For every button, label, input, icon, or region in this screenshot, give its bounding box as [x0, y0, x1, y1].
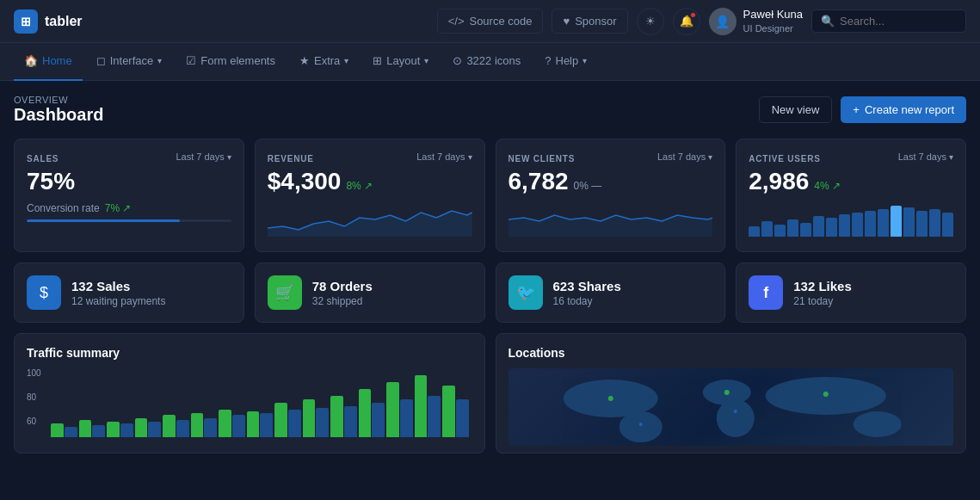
bar-green-12 — [359, 389, 372, 437]
bar-green-3 — [107, 422, 120, 437]
info-card-shares: 🐦 623 Shares 16 today — [496, 262, 726, 323]
interface-icon: ◻ — [96, 54, 106, 67]
bar-5 — [800, 223, 811, 237]
chevron-icon-clients: ▾ — [708, 152, 712, 162]
stat-period-revenue[interactable]: Last 7 days ▾ — [416, 151, 472, 162]
svg-point-6 — [607, 396, 613, 401]
bar-4 — [787, 219, 798, 237]
bar-blue-5 — [176, 420, 189, 437]
stat-label-revenue: REVENUE — [268, 154, 314, 164]
bar-blue-6 — [204, 418, 217, 437]
sponsor-label: Sponsor — [575, 15, 616, 28]
bar-pair-9 — [274, 368, 301, 437]
bar-blue-3 — [120, 423, 133, 437]
svg-point-5 — [853, 411, 901, 437]
stat-period-users[interactable]: Last 7 days ▾ — [898, 151, 953, 162]
bar-pair-8 — [247, 368, 274, 437]
search-box[interactable]: 🔍 — [811, 9, 966, 33]
bar-blue-8 — [260, 413, 273, 437]
map-svg — [508, 368, 954, 446]
heart-icon: ♥ — [563, 15, 570, 28]
stat-period-clients[interactable]: Last 7 days ▾ — [657, 151, 712, 162]
nav-item-help[interactable]: ? Help ▾ — [534, 43, 597, 81]
main-navbar: 🏠 Home ◻ Interface ▾ ☑ Form elements ★ E… — [0, 43, 980, 81]
nav-item-layout[interactable]: ⊞ Layout ▾ — [362, 43, 439, 81]
facebook-icon: f — [749, 275, 783, 310]
info-main-sales: 132 Sales 12 waiting payments — [71, 279, 231, 307]
period-label-users: Last 7 days — [898, 151, 946, 162]
info-main-orders: 78 Orders 32 shipped — [312, 279, 472, 307]
stat-card-users: ACTIVE USERS Last 7 days ▾ 2,986 4% ↗ — [736, 139, 966, 252]
bar-2 — [761, 221, 773, 237]
svg-point-9 — [638, 423, 642, 426]
bar-6 — [813, 216, 824, 237]
create-report-button[interactable]: + Create new report — [841, 96, 966, 123]
bar-green-15 — [442, 386, 455, 437]
chevron-down-icon-3: ▾ — [424, 56, 428, 65]
bar-green-1 — [51, 423, 64, 437]
svg-point-8 — [823, 392, 828, 397]
bar-15 — [929, 209, 940, 237]
info-title-orders: 78 Orders — [312, 279, 472, 293]
bar-green-4 — [135, 418, 148, 437]
bar-pair-15 — [442, 368, 469, 437]
bar-13 — [903, 207, 915, 237]
info-sub-likes: 21 today — [793, 295, 953, 307]
logo-area[interactable]: ⊞ tabler — [14, 9, 83, 34]
chevron-icon-users: ▾ — [949, 152, 953, 162]
info-sub-sales: 12 waiting payments — [71, 295, 231, 307]
source-code-label: Source code — [469, 15, 532, 28]
nav-item-interface[interactable]: ◻ Interface ▾ — [86, 43, 173, 81]
badge-revenue: 8% ↗ — [346, 180, 373, 192]
user-name: Paweł Kuna — [743, 8, 803, 22]
bar-8 — [839, 214, 850, 237]
brand-name: tabler — [45, 14, 83, 29]
world-map — [508, 368, 954, 446]
conversion-label: Conversion rate — [27, 202, 100, 214]
bar-pair-14 — [415, 368, 441, 437]
user-menu[interactable]: 👤 Paweł Kuna UI Designer — [709, 8, 803, 35]
badge-clients: 0% — — [574, 180, 602, 192]
dollar-icon: $ — [27, 275, 61, 310]
bar-pair-12 — [359, 368, 385, 437]
stat-value-clients: 6,782 0% — — [508, 168, 713, 195]
nav-item-extra[interactable]: ★ Extra ▾ — [289, 43, 359, 81]
cart-icon: 🛒 — [268, 275, 302, 310]
theme-toggle-button[interactable]: ☀ — [637, 8, 664, 35]
conversion-val: 7% ↗ — [105, 202, 132, 214]
bar-pair-1 — [51, 368, 77, 437]
nav-item-icons[interactable]: ⊙ 3222 icons — [442, 43, 531, 81]
locations-card: Locations — [496, 333, 967, 454]
source-code-button[interactable]: </> Source code — [437, 9, 544, 34]
search-input[interactable] — [840, 15, 957, 28]
stat-label-sales: SALES — [27, 154, 59, 164]
info-title-shares: 623 Shares — [553, 279, 713, 293]
nav-icons-label: 3222 icons — [466, 54, 521, 67]
progress-bar-sales — [27, 219, 231, 222]
nav-home-label: Home — [42, 54, 72, 67]
bar-blue-14 — [428, 396, 441, 437]
new-view-button[interactable]: New view — [759, 96, 833, 123]
bar-blue-2 — [92, 425, 105, 437]
bar-blue-12 — [372, 403, 385, 437]
layout-icon: ⊞ — [373, 54, 382, 67]
bar-green-6 — [191, 413, 204, 437]
bar-10 — [865, 211, 876, 237]
sponsor-button[interactable]: ♥ Sponsor — [552, 9, 627, 34]
nav-help-label: Help — [556, 54, 579, 67]
home-icon: 🏠 — [24, 54, 38, 67]
bar-green-5 — [163, 415, 176, 437]
bar-green-9 — [274, 403, 287, 437]
nav-item-home[interactable]: 🏠 Home — [14, 43, 83, 81]
bar-3 — [774, 225, 786, 237]
bar-green-8 — [247, 411, 260, 437]
notifications-button[interactable]: 🔔 — [673, 8, 700, 35]
nav-item-form-elements[interactable]: ☑ Form elements — [176, 43, 286, 81]
bar-blue-10 — [316, 408, 329, 437]
twitter-icon: 🐦 — [508, 275, 543, 310]
bar-blue-9 — [288, 410, 301, 437]
stat-period-sales[interactable]: Last 7 days ▾ — [176, 151, 231, 162]
traffic-bar-group — [51, 368, 469, 437]
bar-7 — [826, 218, 837, 237]
stat-value-sales: 75% — [27, 168, 231, 195]
